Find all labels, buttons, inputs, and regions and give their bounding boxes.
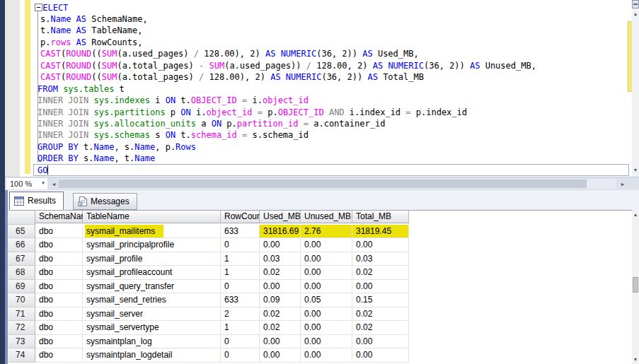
scroll-down-icon[interactable]: ▼ bbox=[632, 356, 639, 363]
cell-TableName[interactable]: sysmail_server bbox=[83, 307, 221, 322]
cell-Used_MB[interactable]: 0.09 bbox=[260, 293, 301, 307]
cell-RowCounts[interactable]: 2 bbox=[221, 307, 260, 322]
editor-zoom-select[interactable]: 100 % ▼ bbox=[6, 178, 47, 189]
scroll-up-icon[interactable]: ▲ bbox=[632, 211, 639, 218]
cell-Total_MB[interactable]: 0.00 bbox=[352, 335, 409, 349]
cell-RowCounts[interactable]: 633 bbox=[221, 293, 260, 307]
cell-RowCounts[interactable]: 1 bbox=[221, 321, 260, 335]
cell-Used_MB[interactable]: 0.00 bbox=[260, 280, 301, 294]
row-number[interactable]: 69 bbox=[8, 280, 35, 294]
table-row[interactable]: 67dbosysmail_profile10.030.000.03 bbox=[8, 252, 632, 266]
horizontal-scrollbar-thumb[interactable] bbox=[59, 180, 587, 188]
cell-RowCounts[interactable]: 633 bbox=[221, 225, 260, 239]
row-number[interactable]: 74 bbox=[8, 348, 35, 363]
cell-Total_MB[interactable]: 0.00 bbox=[352, 238, 409, 252]
cell-Unused_MB[interactable]: 0.05 bbox=[301, 293, 352, 307]
grid-corner-cell[interactable] bbox=[8, 211, 35, 225]
cell-RowCounts[interactable]: 0 bbox=[221, 335, 260, 349]
cell-SchemaName[interactable]: dbo bbox=[35, 293, 83, 307]
cell-SchemaName[interactable]: dbo bbox=[35, 307, 83, 322]
cell-Unused_MB[interactable]: 0.00 bbox=[301, 238, 352, 252]
cell-Total_MB[interactable]: 0.03 bbox=[352, 252, 409, 266]
cell-TableName[interactable]: sysmail_send_retries bbox=[83, 293, 221, 307]
cell-TableName[interactable]: sysmaintplan_log bbox=[83, 335, 221, 349]
scroll-left-icon[interactable]: ◄ bbox=[50, 181, 57, 188]
cell-Unused_MB[interactable]: 0.00 bbox=[301, 266, 352, 280]
editor-vertical-scrollbar[interactable]: ▲ ▼ bbox=[632, 0, 639, 177]
cell-Unused_MB[interactable]: 0.00 bbox=[301, 348, 352, 363]
grid-column-header[interactable]: RowCounts bbox=[221, 211, 260, 223]
cell-Used_MB[interactable]: 0.00 bbox=[260, 348, 301, 363]
cell-TableName[interactable]: sysmail_servertype bbox=[83, 321, 221, 335]
table-row[interactable]: 66dbosysmail_principalprofile00.000.000.… bbox=[8, 238, 632, 252]
grid-scrollbar-thumb[interactable] bbox=[633, 277, 638, 293]
row-number[interactable]: 72 bbox=[8, 321, 35, 335]
scroll-up-icon[interactable]: ▲ bbox=[632, 11, 639, 18]
cell-SchemaName[interactable]: dbo bbox=[35, 266, 83, 280]
editor-split-handle[interactable] bbox=[632, 0, 639, 8]
cell-Used_MB[interactable]: 0.00 bbox=[260, 238, 301, 252]
cell-Unused_MB[interactable]: 0.00 bbox=[301, 335, 352, 349]
cell-Total_MB[interactable]: 0.00 bbox=[352, 280, 409, 294]
cell-Total_MB[interactable]: 0.02 bbox=[352, 307, 409, 322]
cell-Total_MB[interactable]: 0.02 bbox=[352, 321, 409, 335]
cell-RowCounts[interactable]: 1 bbox=[221, 252, 260, 266]
table-row[interactable]: 70dbosysmail_send_retries6330.090.050.15 bbox=[8, 293, 632, 307]
tab-messages[interactable]: Messages bbox=[73, 193, 137, 210]
grid-column-header[interactable]: TableName bbox=[83, 211, 221, 223]
row-number[interactable]: 65 bbox=[8, 225, 35, 239]
grid-vertical-scrollbar[interactable]: ▲ ▼ bbox=[632, 210, 639, 364]
cell-RowCounts[interactable]: 0 bbox=[221, 348, 260, 363]
cell-Total_MB[interactable]: 0.15 bbox=[352, 293, 409, 307]
cell-Total_MB[interactable]: 0.02 bbox=[352, 266, 409, 280]
cell-Total_MB[interactable]: 0.00 bbox=[352, 348, 409, 363]
cell-Used_MB[interactable]: 0.02 bbox=[260, 321, 301, 335]
row-number[interactable]: 73 bbox=[8, 335, 35, 349]
table-row[interactable]: 68dbosysmail_profileaccount10.020.000.02 bbox=[8, 266, 632, 280]
cell-SchemaName[interactable]: dbo bbox=[35, 280, 83, 294]
horizontal-scrollbar[interactable] bbox=[59, 179, 616, 189]
cell-TableName[interactable]: sysmail_query_transfer bbox=[83, 280, 221, 294]
cell-Unused_MB[interactable]: 0.00 bbox=[301, 307, 352, 322]
cell-TableName[interactable]: sysmail_principalprofile bbox=[83, 238, 221, 252]
code-area[interactable]: SELECTs.Name AS SchemaName,t.Name AS Tab… bbox=[30, 0, 633, 177]
table-row[interactable]: 69dbosysmail_query_transfer00.000.000.00 bbox=[8, 280, 632, 294]
cell-Total_MB[interactable]: 31819.45 bbox=[352, 225, 409, 239]
grid-column-header[interactable]: Unused_MB bbox=[301, 211, 352, 223]
scroll-down-icon[interactable]: ▼ bbox=[632, 167, 639, 174]
table-row[interactable]: 72dbosysmail_servertype10.020.000.02 bbox=[8, 321, 632, 335]
cell-Unused_MB[interactable]: 0.00 bbox=[301, 280, 352, 294]
cell-Unused_MB[interactable]: 0.00 bbox=[301, 321, 352, 335]
grid-column-header[interactable]: Total_MB bbox=[352, 211, 409, 223]
row-number[interactable]: 70 bbox=[8, 293, 35, 307]
cell-SchemaName[interactable]: dbo bbox=[35, 335, 83, 349]
cell-Used_MB[interactable]: 0.03 bbox=[260, 252, 301, 266]
row-number[interactable]: 68 bbox=[8, 266, 35, 280]
table-row[interactable]: 74dbosysmaintplan_logdetail00.000.000.00 bbox=[8, 348, 632, 363]
grid-column-header[interactable]: Used_MB bbox=[260, 211, 301, 223]
cell-TableName[interactable]: sysmail_mailitems bbox=[83, 225, 221, 239]
cell-Used_MB[interactable]: 0.02 bbox=[260, 307, 301, 322]
cell-Used_MB[interactable]: 31816.69 bbox=[260, 225, 301, 239]
cell-TableName[interactable]: sysmail_profile bbox=[83, 252, 221, 266]
table-row[interactable]: 73dbosysmaintplan_log00.000.000.00 bbox=[8, 335, 632, 349]
cell-TableName[interactable]: sysmail_profileaccount bbox=[83, 266, 221, 280]
cell-TableName[interactable]: sysmaintplan_logdetail bbox=[83, 348, 221, 363]
cell-SchemaName[interactable]: dbo bbox=[35, 348, 83, 363]
cell-SchemaName[interactable]: dbo bbox=[35, 238, 83, 252]
cell-RowCounts[interactable]: 0 bbox=[221, 238, 260, 252]
cell-RowCounts[interactable]: 0 bbox=[221, 280, 260, 294]
cell-Unused_MB[interactable]: 0.00 bbox=[301, 252, 352, 266]
collapse-region-toggle-icon[interactable] bbox=[35, 4, 42, 11]
cell-SchemaName[interactable]: dbo bbox=[35, 225, 83, 239]
row-number[interactable]: 67 bbox=[8, 252, 35, 266]
table-row[interactable]: 65dbosysmail_mailitems63331816.692.76318… bbox=[8, 225, 632, 239]
scroll-right-icon[interactable]: ► bbox=[619, 181, 626, 188]
grid-column-header[interactable]: SchemaName bbox=[35, 211, 83, 223]
row-number[interactable]: 71 bbox=[8, 307, 35, 322]
cell-SchemaName[interactable]: dbo bbox=[35, 321, 83, 335]
cell-RowCounts[interactable]: 1 bbox=[221, 266, 260, 280]
query-editor[interactable]: SELECTs.Name AS SchemaName,t.Name AS Tab… bbox=[5, 0, 639, 177]
cell-Unused_MB[interactable]: 2.76 bbox=[301, 225, 352, 239]
cell-SchemaName[interactable]: dbo bbox=[35, 252, 83, 266]
